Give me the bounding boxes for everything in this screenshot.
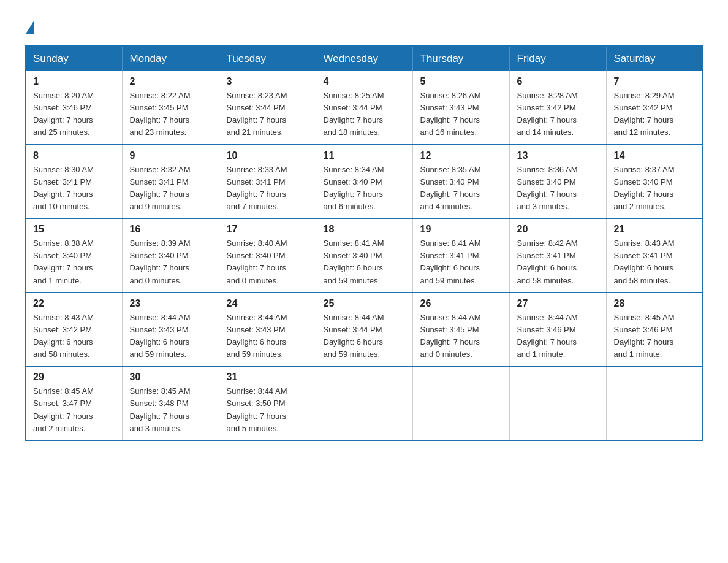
logo (25, 18, 34, 33)
day-number: 16 (130, 224, 211, 235)
calendar-week-2: 8Sunrise: 8:30 AM Sunset: 3:41 PM Daylig… (25, 145, 703, 219)
day-info: Sunrise: 8:40 AM Sunset: 3:40 PM Dayligh… (227, 237, 308, 287)
day-info: Sunrise: 8:28 AM Sunset: 3:42 PM Dayligh… (517, 90, 599, 139)
calendar-cell: 7Sunrise: 8:29 AM Sunset: 3:42 PM Daylig… (606, 71, 703, 145)
day-info: Sunrise: 8:26 AM Sunset: 3:43 PM Dayligh… (420, 90, 502, 139)
day-number: 5 (420, 76, 502, 87)
day-info: Sunrise: 8:20 AM Sunset: 3:46 PM Dayligh… (33, 90, 115, 139)
day-number: 12 (420, 150, 502, 161)
header-saturday: Saturday (606, 46, 703, 71)
day-number: 31 (227, 372, 308, 383)
calendar-cell: 2Sunrise: 8:22 AM Sunset: 3:45 PM Daylig… (122, 71, 219, 145)
calendar-cell: 13Sunrise: 8:36 AM Sunset: 3:40 PM Dayli… (509, 145, 606, 219)
calendar-cell: 17Sunrise: 8:40 AM Sunset: 3:40 PM Dayli… (219, 218, 316, 293)
day-number: 13 (517, 150, 599, 161)
day-info: Sunrise: 8:44 AM Sunset: 3:43 PM Dayligh… (130, 312, 211, 361)
day-info: Sunrise: 8:45 AM Sunset: 3:46 PM Dayligh… (614, 312, 696, 361)
calendar-cell: 29Sunrise: 8:45 AM Sunset: 3:47 PM Dayli… (25, 366, 122, 440)
calendar-cell: 18Sunrise: 8:41 AM Sunset: 3:40 PM Dayli… (316, 218, 412, 293)
calendar-cell (316, 366, 412, 440)
calendar-week-5: 29Sunrise: 8:45 AM Sunset: 3:47 PM Dayli… (25, 366, 703, 440)
calendar-cell: 16Sunrise: 8:39 AM Sunset: 3:40 PM Dayli… (122, 218, 219, 293)
header-sunday: Sunday (25, 46, 122, 71)
page-header (25, 18, 703, 33)
day-number: 28 (614, 298, 696, 309)
calendar-cell: 23Sunrise: 8:44 AM Sunset: 3:43 PM Dayli… (122, 293, 219, 367)
header-wednesday: Wednesday (316, 46, 412, 71)
calendar-cell: 25Sunrise: 8:44 AM Sunset: 3:44 PM Dayli… (316, 293, 412, 367)
day-info: Sunrise: 8:32 AM Sunset: 3:41 PM Dayligh… (130, 164, 211, 213)
day-info: Sunrise: 8:33 AM Sunset: 3:41 PM Dayligh… (227, 164, 308, 213)
calendar-cell: 4Sunrise: 8:25 AM Sunset: 3:44 PM Daylig… (316, 71, 412, 145)
calendar-cell: 6Sunrise: 8:28 AM Sunset: 3:42 PM Daylig… (509, 71, 606, 145)
calendar-cell: 31Sunrise: 8:44 AM Sunset: 3:50 PM Dayli… (219, 366, 316, 440)
calendar-cell: 28Sunrise: 8:45 AM Sunset: 3:46 PM Dayli… (606, 293, 703, 367)
day-info: Sunrise: 8:45 AM Sunset: 3:47 PM Dayligh… (33, 385, 115, 435)
day-number: 14 (614, 150, 696, 161)
day-number: 11 (324, 150, 405, 161)
calendar-cell: 24Sunrise: 8:44 AM Sunset: 3:43 PM Dayli… (219, 293, 316, 367)
day-info: Sunrise: 8:43 AM Sunset: 3:41 PM Dayligh… (614, 237, 696, 287)
day-number: 24 (227, 298, 308, 309)
day-info: Sunrise: 8:43 AM Sunset: 3:42 PM Dayligh… (33, 312, 115, 361)
day-number: 8 (33, 150, 115, 161)
calendar-cell: 30Sunrise: 8:45 AM Sunset: 3:48 PM Dayli… (122, 366, 219, 440)
day-info: Sunrise: 8:22 AM Sunset: 3:45 PM Dayligh… (130, 90, 211, 139)
day-number: 30 (130, 372, 211, 383)
day-number: 25 (324, 298, 405, 309)
header-thursday: Thursday (412, 46, 509, 71)
calendar-cell (509, 366, 606, 440)
calendar-cell: 20Sunrise: 8:42 AM Sunset: 3:41 PM Dayli… (509, 218, 606, 293)
header-friday: Friday (509, 46, 606, 71)
calendar-cell: 10Sunrise: 8:33 AM Sunset: 3:41 PM Dayli… (219, 145, 316, 219)
calendar-week-4: 22Sunrise: 8:43 AM Sunset: 3:42 PM Dayli… (25, 293, 703, 367)
day-number: 10 (227, 150, 308, 161)
day-number: 27 (517, 298, 599, 309)
day-info: Sunrise: 8:34 AM Sunset: 3:40 PM Dayligh… (324, 164, 405, 213)
day-info: Sunrise: 8:45 AM Sunset: 3:48 PM Dayligh… (130, 385, 211, 435)
calendar-cell: 15Sunrise: 8:38 AM Sunset: 3:40 PM Dayli… (25, 218, 122, 293)
day-info: Sunrise: 8:25 AM Sunset: 3:44 PM Dayligh… (324, 90, 405, 139)
calendar-cell (606, 366, 703, 440)
day-info: Sunrise: 8:44 AM Sunset: 3:50 PM Dayligh… (227, 385, 308, 435)
calendar-cell: 14Sunrise: 8:37 AM Sunset: 3:40 PM Dayli… (606, 145, 703, 219)
day-number: 20 (517, 224, 599, 235)
calendar-cell: 26Sunrise: 8:44 AM Sunset: 3:45 PM Dayli… (412, 293, 509, 367)
day-info: Sunrise: 8:44 AM Sunset: 3:45 PM Dayligh… (420, 312, 502, 361)
day-number: 26 (420, 298, 502, 309)
day-info: Sunrise: 8:39 AM Sunset: 3:40 PM Dayligh… (130, 237, 211, 287)
day-info: Sunrise: 8:41 AM Sunset: 3:41 PM Dayligh… (420, 237, 502, 287)
day-info: Sunrise: 8:30 AM Sunset: 3:41 PM Dayligh… (33, 164, 115, 213)
day-number: 4 (324, 76, 405, 87)
day-info: Sunrise: 8:23 AM Sunset: 3:44 PM Dayligh… (227, 90, 308, 139)
day-number: 15 (33, 224, 115, 235)
calendar-cell (412, 366, 509, 440)
day-info: Sunrise: 8:36 AM Sunset: 3:40 PM Dayligh… (517, 164, 599, 213)
day-number: 17 (227, 224, 308, 235)
day-info: Sunrise: 8:44 AM Sunset: 3:44 PM Dayligh… (324, 312, 405, 361)
day-info: Sunrise: 8:37 AM Sunset: 3:40 PM Dayligh… (614, 164, 696, 213)
day-number: 21 (614, 224, 696, 235)
calendar-cell: 3Sunrise: 8:23 AM Sunset: 3:44 PM Daylig… (219, 71, 316, 145)
day-number: 9 (130, 150, 211, 161)
calendar-cell: 8Sunrise: 8:30 AM Sunset: 3:41 PM Daylig… (25, 145, 122, 219)
day-info: Sunrise: 8:41 AM Sunset: 3:40 PM Dayligh… (324, 237, 405, 287)
calendar-cell: 19Sunrise: 8:41 AM Sunset: 3:41 PM Dayli… (412, 218, 509, 293)
day-info: Sunrise: 8:35 AM Sunset: 3:40 PM Dayligh… (420, 164, 502, 213)
header-tuesday: Tuesday (219, 46, 316, 71)
calendar-cell: 12Sunrise: 8:35 AM Sunset: 3:40 PM Dayli… (412, 145, 509, 219)
day-number: 7 (614, 76, 696, 87)
calendar-cell: 21Sunrise: 8:43 AM Sunset: 3:41 PM Dayli… (606, 218, 703, 293)
calendar-header-row: SundayMondayTuesdayWednesdayThursdayFrid… (25, 46, 703, 71)
calendar-cell: 5Sunrise: 8:26 AM Sunset: 3:43 PM Daylig… (412, 71, 509, 145)
calendar-week-1: 1Sunrise: 8:20 AM Sunset: 3:46 PM Daylig… (25, 71, 703, 145)
day-number: 3 (227, 76, 308, 87)
day-number: 6 (517, 76, 599, 87)
calendar-cell: 11Sunrise: 8:34 AM Sunset: 3:40 PM Dayli… (316, 145, 412, 219)
calendar-cell: 27Sunrise: 8:44 AM Sunset: 3:46 PM Dayli… (509, 293, 606, 367)
day-number: 2 (130, 76, 211, 87)
logo-triangle-icon (26, 20, 34, 34)
day-info: Sunrise: 8:29 AM Sunset: 3:42 PM Dayligh… (614, 90, 696, 139)
day-number: 18 (324, 224, 405, 235)
day-number: 23 (130, 298, 211, 309)
